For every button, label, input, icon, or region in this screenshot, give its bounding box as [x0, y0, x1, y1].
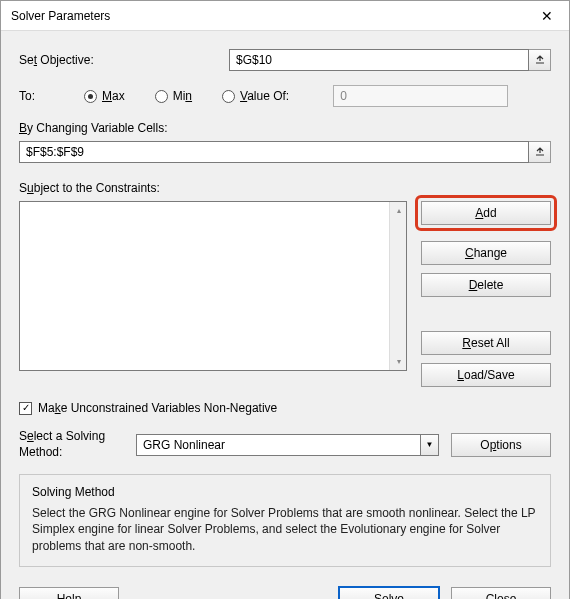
set-objective-label: Set Objective: — [19, 53, 229, 67]
delete-button[interactable]: Delete — [421, 273, 551, 297]
close-button[interactable]: Close — [451, 587, 551, 599]
objective-input[interactable] — [229, 49, 529, 71]
help-button[interactable]: Help — [19, 587, 119, 599]
constraints-label: Subject to the Constraints: — [19, 181, 551, 195]
changing-cells-ref-icon[interactable] — [529, 141, 551, 163]
solver-parameters-dialog: Solver Parameters ✕ Set Objective: To: M… — [0, 0, 570, 599]
method-select[interactable]: GRG Nonlinear ▼ — [136, 434, 439, 456]
solving-method-text: Select the GRG Nonlinear engine for Solv… — [32, 505, 538, 554]
solving-method-group: Solving Method Select the GRG Nonlinear … — [19, 474, 551, 567]
load-save-button[interactable]: Load/Save — [421, 363, 551, 387]
add-button[interactable]: Add — [421, 201, 551, 225]
add-button-highlight: Add — [415, 195, 557, 231]
scroll-up-icon[interactable]: ▴ — [390, 202, 407, 219]
options-button[interactable]: Options — [451, 433, 551, 457]
close-icon[interactable]: ✕ — [524, 1, 569, 31]
method-selected-value: GRG Nonlinear — [136, 434, 421, 456]
objective-ref-icon[interactable] — [529, 49, 551, 71]
dialog-content: Set Objective: To: Max Min Value Of: By … — [1, 31, 569, 599]
unconstrained-label: Make Unconstrained Variables Non-Negativ… — [38, 401, 277, 415]
select-method-label: Select a Solving Method: — [19, 429, 124, 460]
reset-all-button[interactable]: Reset All — [421, 331, 551, 355]
solving-method-title: Solving Method — [32, 485, 538, 499]
scrollbar[interactable]: ▴ ▾ — [389, 202, 406, 370]
constraints-listbox[interactable]: ▴ ▾ — [19, 201, 407, 371]
unconstrained-checkbox[interactable]: ✓ — [19, 402, 32, 415]
min-radio[interactable]: Min — [155, 89, 192, 103]
changing-cells-label: By Changing Variable Cells: — [19, 121, 551, 135]
constraint-buttons: Add Change Delete Reset All Load/Save — [421, 201, 551, 387]
solve-button[interactable]: Solve — [339, 587, 439, 599]
dialog-title: Solver Parameters — [11, 9, 110, 23]
valueof-radio[interactable]: Value Of: — [222, 89, 289, 103]
valueof-input — [333, 85, 508, 107]
changing-cells-input[interactable] — [19, 141, 529, 163]
to-label: To: — [19, 89, 54, 103]
max-radio[interactable]: Max — [84, 89, 125, 103]
footer: Help Solve Close — [19, 579, 551, 599]
scroll-down-icon[interactable]: ▾ — [390, 353, 407, 370]
chevron-down-icon[interactable]: ▼ — [421, 434, 439, 456]
titlebar: Solver Parameters ✕ — [1, 1, 569, 31]
change-button[interactable]: Change — [421, 241, 551, 265]
